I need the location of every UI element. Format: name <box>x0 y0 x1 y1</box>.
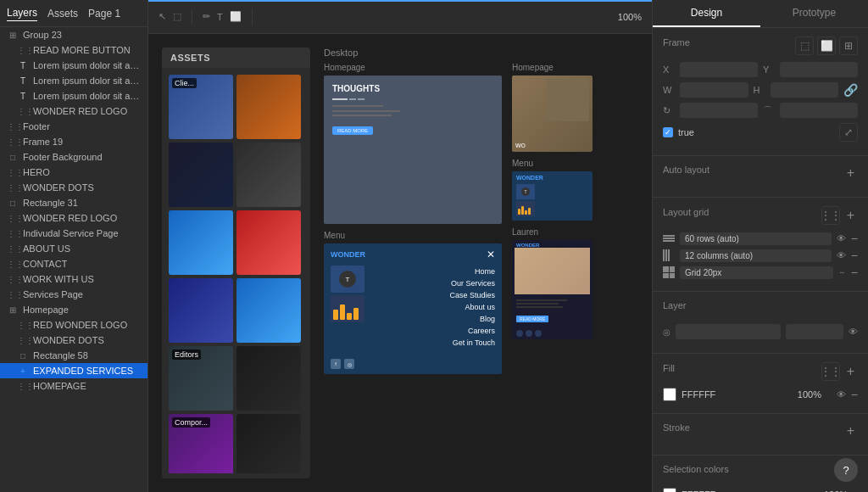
tab-assets[interactable]: Assets <box>47 6 78 21</box>
social-fb[interactable]: f <box>331 359 341 369</box>
help-button[interactable]: ? <box>834 458 858 482</box>
fill-eye[interactable]: 👁 <box>837 389 846 400</box>
menu-item-services[interactable]: Our Services <box>370 277 495 289</box>
frame-icon-2[interactable]: ⬜ <box>817 36 836 55</box>
menu-close-btn[interactable]: ✕ <box>487 249 495 260</box>
zoom-level[interactable]: 100% <box>618 12 642 22</box>
asset-item-a10[interactable] <box>236 346 301 411</box>
grid-tag-grid: Grid 20px <box>680 266 833 279</box>
layer-item-homepage2[interactable]: ⋮⋮ HOMEPAGE <box>0 378 147 394</box>
layer-item-workwithus[interactable]: ⋮⋮ WORK WITH US <box>0 271 147 287</box>
layer-item-footerbg[interactable]: □ Footer Background <box>0 149 147 165</box>
layer-item-lorem2[interactable]: T Lorem ipsum dolor sit am... <box>0 73 147 88</box>
layer-item-lorem3[interactable]: T Lorem ipsum dolor sit am... <box>0 88 147 103</box>
layer-item-rect31[interactable]: □ Rectangle 31 <box>0 195 147 210</box>
asset-item-a6[interactable] <box>236 210 301 275</box>
layer-item-readmore[interactable]: ⋮⋮ READ MORE BUTTON <box>0 42 147 58</box>
expand-icon[interactable]: ⤢ <box>839 123 858 142</box>
toolbar-text[interactable]: T <box>217 12 223 22</box>
blend-mode[interactable]: Pass through <box>676 324 781 339</box>
fill-swatch[interactable] <box>663 388 676 401</box>
layer-name-workwithus: WORK WITH US <box>23 274 94 284</box>
asset-item-a12[interactable] <box>236 414 301 473</box>
menu-item-careers[interactable]: Careers <box>370 325 495 337</box>
layer-item-contact[interactable]: ⋮⋮ CONTACT <box>0 256 147 271</box>
layer-item-frame19[interactable]: ⋮⋮ Frame 19 <box>0 134 147 149</box>
grid-eye-2[interactable]: 👁 <box>837 250 846 260</box>
layer-item-footer[interactable]: ⋮⋮ Footer <box>0 119 147 134</box>
grid-dots-btn[interactable]: ⋮⋮ <box>821 206 840 225</box>
menu-item-home[interactable]: Home <box>370 266 495 277</box>
lauren-line-3 <box>516 306 563 308</box>
layers-panel: Layers Assets Page 1 ⊞ Group 23 ⋮⋮ READ … <box>0 0 148 492</box>
menu-item-cases[interactable]: Case Studies <box>370 289 495 301</box>
asset-item-a7[interactable] <box>169 278 233 343</box>
opacity-input[interactable]: 100% <box>786 324 843 339</box>
grid-eye-1[interactable]: 👁 <box>837 233 846 243</box>
layer-item-indservice[interactable]: ⋮⋮ Indivudal Service Page <box>0 226 147 241</box>
frame-icon-3[interactable]: ⊞ <box>839 36 858 55</box>
layer-item-wonderdots[interactable]: ⋮⋮ WONDER DOTS <box>0 180 147 195</box>
asset-item-a5[interactable] <box>169 210 233 275</box>
auto-layout-add[interactable]: + <box>843 165 858 181</box>
fill-hex: FFFFFF <box>682 389 793 400</box>
layer-item-homepage[interactable]: ⊞ Homepage <box>0 302 147 317</box>
asset-item-a1[interactable]: Clie... <box>169 75 233 139</box>
lock-icon[interactable]: 🔗 <box>843 83 858 97</box>
x-input[interactable]: 111 <box>680 62 758 77</box>
lauren-btn[interactable]: READ MORE <box>516 316 548 322</box>
layer-item-wonderredlogo[interactable]: ⋮⋮ WONDER RED LOGO <box>0 210 147 226</box>
layer-item-wonderred[interactable]: ⋮⋮ WONDER RED LOGO <box>0 103 147 119</box>
w-input[interactable]: 390 <box>680 82 748 98</box>
layer-name-footer: Footer <box>23 121 50 131</box>
toolbar-frame[interactable]: ⬚ <box>173 11 181 22</box>
toolbar-shapes[interactable]: ⬜ <box>230 11 242 22</box>
layer-item-redwonder[interactable]: ⋮⋮ RED WONDER LOGO <box>0 317 147 333</box>
y-input[interactable]: 100 <box>780 62 858 77</box>
asset-item-a2[interactable] <box>236 75 301 139</box>
grid-eye-3[interactable]: ～ <box>838 267 846 278</box>
layer-item-aboutus[interactable]: ⋮⋮ ABOUT US <box>0 241 147 256</box>
layer-item-hero[interactable]: ⋮⋮ HERO <box>0 165 147 180</box>
asset-item-a9[interactable]: Editors <box>169 346 233 411</box>
fill-dots[interactable]: ⋮⋮ <box>821 362 840 381</box>
sel-swatch-1[interactable] <box>663 488 676 492</box>
grid-minus-1[interactable]: − <box>851 232 858 245</box>
layer-item-expandedservices[interactable]: + EXPANDED SERVICES <box>0 363 147 378</box>
menu-item-blog[interactable]: Blog <box>370 313 495 325</box>
layer-eye[interactable]: 👁 <box>849 327 858 337</box>
menu-item-about[interactable]: About us <box>370 301 495 313</box>
tab-prototype[interactable]: Prototype <box>760 0 868 27</box>
grid-minus-3[interactable]: − <box>851 266 858 279</box>
clip-checkbox[interactable]: ✓ <box>663 127 673 137</box>
asset-item-a3[interactable] <box>169 143 233 207</box>
layer-item-group23[interactable]: ⊞ Group 23 <box>0 27 147 42</box>
read-more-btn[interactable]: READ MORE <box>332 126 373 135</box>
layer-name-wonderred: WONDER RED LOGO <box>33 106 127 116</box>
layer-item-wonderdots2[interactable]: ⋮⋮ WONDER DOTS <box>0 333 147 348</box>
layer-item-lorem1[interactable]: T Lorem ipsum dolor sit am... <box>0 58 147 73</box>
rotation-input[interactable]: 0° <box>680 103 758 118</box>
tab-page[interactable]: Page 1 <box>88 6 120 21</box>
social-ig[interactable]: ◎ <box>344 359 354 369</box>
tab-design[interactable]: Design <box>653 0 760 27</box>
toolbar-move[interactable]: ↖ <box>159 11 166 22</box>
fill-add[interactable]: + <box>843 362 858 381</box>
layer-item-servicespage[interactable]: ⋮⋮ Services Page <box>0 287 147 302</box>
h-input[interactable]: 3055 <box>771 82 839 98</box>
layer-icon-wonderdots: ⋮⋮ <box>7 183 19 193</box>
stroke-add[interactable]: + <box>843 423 858 439</box>
corner-input[interactable]: 0 <box>780 103 858 118</box>
fill-minus[interactable]: − <box>851 388 858 401</box>
toolbar-pencil[interactable]: ✏ <box>203 11 210 22</box>
frame-icon-1[interactable]: ⬚ <box>795 36 814 55</box>
asset-item-a11[interactable]: Compor... <box>169 414 233 473</box>
grid-minus-2[interactable]: − <box>851 249 858 262</box>
asset-item-a8[interactable] <box>236 278 301 343</box>
layer-item-rect58[interactable]: □ Rectangle 58 <box>0 348 147 363</box>
grid-add-btn[interactable]: + <box>843 206 858 225</box>
menu-item-contact[interactable]: Get in Touch <box>370 337 495 349</box>
asset-item-a4[interactable] <box>236 143 301 207</box>
lauren-social-3 <box>535 330 542 337</box>
tab-layers[interactable]: Layers <box>7 5 37 21</box>
